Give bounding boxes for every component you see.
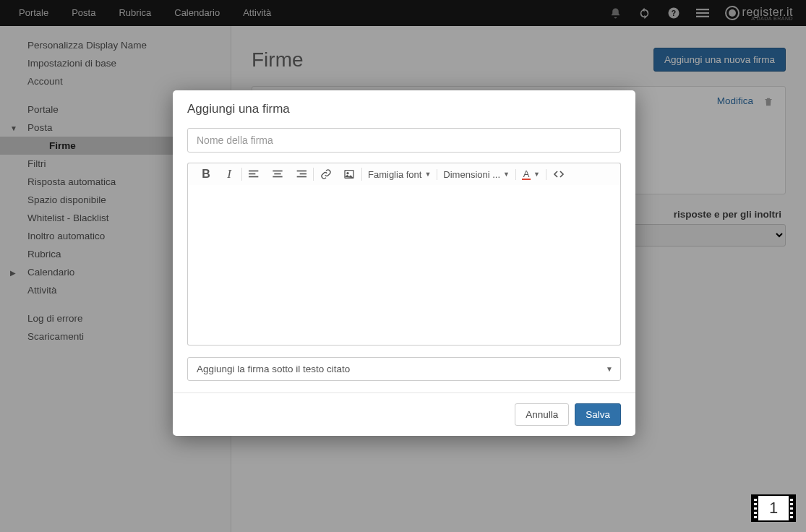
page-indicator: 1	[751, 494, 796, 522]
code-view-button[interactable]	[552, 168, 565, 181]
caret-down-icon: ▼	[424, 171, 431, 178]
page-number: 1	[758, 496, 789, 520]
svg-rect-13	[297, 176, 306, 178]
align-center-button[interactable]	[271, 168, 284, 181]
link-button[interactable]	[320, 168, 333, 181]
align-left-button[interactable]	[248, 168, 261, 181]
italic-button[interactable]: I	[223, 168, 236, 181]
font-family-label: Famiglia font	[368, 169, 421, 180]
svg-rect-7	[249, 176, 258, 178]
svg-rect-5	[249, 171, 258, 172]
modal-title: Aggiungi una firma	[173, 90, 635, 128]
caret-down-icon: ▼	[606, 365, 613, 373]
image-button[interactable]	[343, 168, 356, 181]
svg-rect-9	[274, 173, 280, 175]
svg-rect-6	[249, 173, 255, 175]
svg-point-15	[347, 173, 348, 174]
save-button[interactable]: Salva	[575, 403, 621, 426]
svg-rect-11	[297, 171, 306, 172]
svg-rect-8	[273, 171, 282, 172]
text-color-button[interactable]: A ▼	[522, 169, 540, 180]
editor-toolbar: B I	[187, 163, 621, 185]
caret-down-icon: ▼	[533, 171, 540, 178]
bold-button[interactable]: B	[200, 168, 213, 181]
font-size-label: Dimensioni ...	[443, 169, 500, 180]
font-family-select[interactable]: Famiglia font ▼	[368, 169, 431, 180]
caret-down-icon: ▼	[503, 171, 510, 178]
signature-name-input[interactable]	[187, 128, 621, 153]
signature-position-select[interactable]: Aggiungi la firma sotto il testo citato …	[187, 357, 621, 381]
cancel-button[interactable]: Annulla	[515, 403, 569, 426]
font-size-select[interactable]: Dimensioni ... ▼	[443, 169, 510, 180]
position-select-value: Aggiungi la firma sotto il testo citato	[197, 364, 350, 374]
svg-rect-12	[300, 173, 306, 175]
align-right-button[interactable]	[294, 168, 307, 181]
signature-editor[interactable]	[187, 185, 621, 346]
modal-footer: Annulla Salva	[173, 392, 635, 436]
add-signature-modal: Aggiungi una firma B I	[173, 90, 635, 436]
svg-rect-10	[273, 176, 282, 178]
